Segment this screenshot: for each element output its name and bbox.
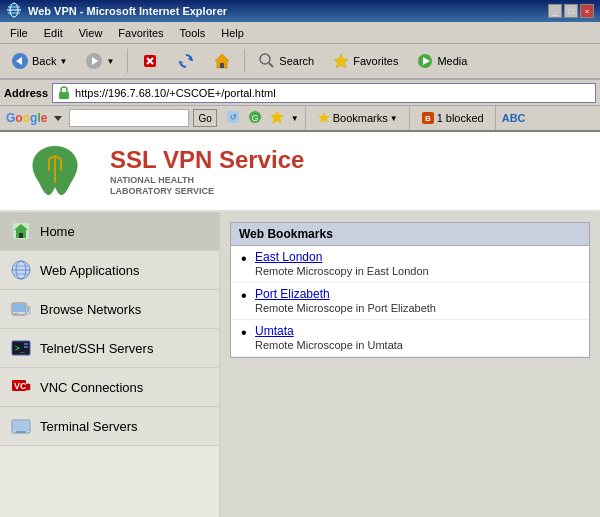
media-icon <box>416 52 434 70</box>
bookmark-link-2[interactable]: Umtata <box>255 324 581 338</box>
google-dropdown-2: ▼ <box>291 114 299 123</box>
org-name: NATIONAL HEALTH LABORATORY SERVICE <box>110 174 304 196</box>
minimize-button[interactable]: _ <box>548 4 562 18</box>
sidebar-home-label: Home <box>40 224 75 239</box>
svg-rect-52 <box>24 346 28 348</box>
back-dropdown-icon[interactable]: ▼ <box>59 57 67 66</box>
bookmark-link-1[interactable]: Port Elizabeth <box>255 287 581 301</box>
bookmark-entry-1: Port Elizabeth Remote Microscope in Port… <box>231 283 589 320</box>
menu-file[interactable]: File <box>4 25 34 41</box>
svg-rect-38 <box>19 233 23 238</box>
search-icon <box>258 52 276 70</box>
svg-text:>_: >_ <box>15 344 25 353</box>
sidebar-vnc-label: VNC Connections <box>40 380 143 395</box>
blocked-label: 1 blocked <box>437 112 484 124</box>
sidebar-web-label: Web Applications <box>40 263 140 278</box>
refresh-button[interactable] <box>170 47 202 75</box>
telnet-icon: >_ <box>10 337 32 359</box>
stop-button[interactable] <box>134 47 166 75</box>
home-icon <box>10 220 32 242</box>
address-label: Address <box>4 87 48 99</box>
maximize-button[interactable]: □ <box>564 4 578 18</box>
back-button[interactable]: Back ▼ <box>4 47 74 75</box>
secure-icon <box>57 86 71 100</box>
bookmark-entry-0: East London Remote Microscopy in East Lo… <box>231 246 589 283</box>
sidebar-terminal-label: Terminal Servers <box>40 419 138 434</box>
window-title: Web VPN - Microsoft Internet Explorer <box>28 5 542 17</box>
google-logo: Google <box>6 111 47 125</box>
sidebar-item-vnc[interactable]: VC VNC Connections <box>0 368 219 407</box>
google-go-button[interactable]: Go <box>193 109 216 127</box>
search-label: Search <box>279 55 314 67</box>
menu-help[interactable]: Help <box>215 25 250 41</box>
blocked-button[interactable]: B 1 blocked <box>416 109 489 127</box>
google-bar: Google Go ↺ G ▼ Bookm <box>0 106 600 132</box>
menu-favorites[interactable]: Favorites <box>112 25 169 41</box>
svg-rect-58 <box>16 431 26 433</box>
google-search-input[interactable] <box>69 109 189 127</box>
media-label: Media <box>437 55 467 67</box>
svg-text:VC: VC <box>14 381 27 391</box>
toolbar: Back ▼ ▼ <box>0 44 600 80</box>
menu-view[interactable]: View <box>73 25 109 41</box>
media-button[interactable]: Media <box>409 47 474 75</box>
main-content: Home Web Applications <box>0 212 600 517</box>
google-icon-2: G <box>247 109 263 127</box>
bookmarks-label: Bookmarks <box>333 112 388 124</box>
svg-rect-55 <box>26 384 30 390</box>
svg-point-16 <box>260 54 270 64</box>
google-icon-1: ↺ <box>225 109 241 127</box>
sidebar-item-browse-networks[interactable]: Browse Networks <box>0 290 219 329</box>
forward-button[interactable]: ▼ <box>78 47 121 75</box>
google-icons: ↺ G ▼ <box>225 109 299 127</box>
bookmark-desc-1: Remote Microscope in Port Elizabeth <box>255 302 436 314</box>
search-button[interactable]: Search <box>251 47 321 75</box>
sidebar-item-web-applications[interactable]: Web Applications <box>0 251 219 290</box>
home-button[interactable] <box>206 47 238 75</box>
title-bar: Web VPN - Microsoft Internet Explorer _ … <box>0 0 600 22</box>
back-label: Back <box>32 55 56 67</box>
blocked-icon: B <box>421 111 435 125</box>
banner-title: SSL VPN Service <box>110 146 304 174</box>
sidebar-browse-label: Browse Networks <box>40 302 141 317</box>
banner: SSL VPN Service NATIONAL HEALTH LABORATO… <box>0 132 600 212</box>
sidebar-item-telnet-ssh[interactable]: >_ Telnet/SSH Servers <box>0 329 219 368</box>
google-icon-3 <box>269 109 285 127</box>
forward-dropdown-icon[interactable]: ▼ <box>106 57 114 66</box>
bookmarks-table: Web Bookmarks East London Remote Microsc… <box>230 222 590 358</box>
toolbar-separator-2 <box>244 49 245 73</box>
close-button[interactable]: × <box>580 4 594 18</box>
google-dropdown-icon <box>51 111 65 125</box>
google-sep-2 <box>409 106 410 130</box>
favorites-button[interactable]: Favorites <box>325 47 405 75</box>
svg-text:B: B <box>425 114 431 123</box>
bookmarks-star-icon <box>317 111 331 125</box>
sidebar-item-home[interactable]: Home <box>0 212 219 251</box>
svg-marker-28 <box>318 112 330 123</box>
menu-bar: File Edit View Favorites Tools Help <box>0 22 600 44</box>
svg-rect-48 <box>27 307 29 312</box>
go-label: Go <box>198 113 211 124</box>
bookmark-entry-2: Umtata Remote Microscope in Umtata <box>231 320 589 357</box>
google-sep-1 <box>305 106 306 130</box>
favorites-icon <box>332 52 350 70</box>
bookmarks-button[interactable]: Bookmarks ▼ <box>312 109 403 127</box>
address-input[interactable]: https://196.7.68.10/+CSCOE+/portal.html <box>52 83 596 103</box>
menu-tools[interactable]: Tools <box>174 25 212 41</box>
svg-text:↺: ↺ <box>229 113 236 122</box>
google-sep-3 <box>495 106 496 130</box>
terminal-icon <box>10 415 32 437</box>
svg-rect-15 <box>220 63 224 68</box>
abc-icon: ABC <box>502 112 526 124</box>
menu-edit[interactable]: Edit <box>38 25 69 41</box>
content-panel: Web Bookmarks East London Remote Microsc… <box>220 212 600 517</box>
address-bar: Address https://196.7.68.10/+CSCOE+/port… <box>0 80 600 106</box>
bookmark-desc-0: Remote Microscopy in East London <box>255 265 429 277</box>
bookmark-link-0[interactable]: East London <box>255 250 581 264</box>
bookmark-desc-2: Remote Microscope in Umtata <box>255 339 403 351</box>
vnc-icon: VC <box>10 376 32 398</box>
sidebar-item-terminal[interactable]: Terminal Servers <box>0 407 219 446</box>
stop-icon <box>141 52 159 70</box>
org-logo <box>20 141 90 201</box>
svg-marker-27 <box>270 110 284 124</box>
